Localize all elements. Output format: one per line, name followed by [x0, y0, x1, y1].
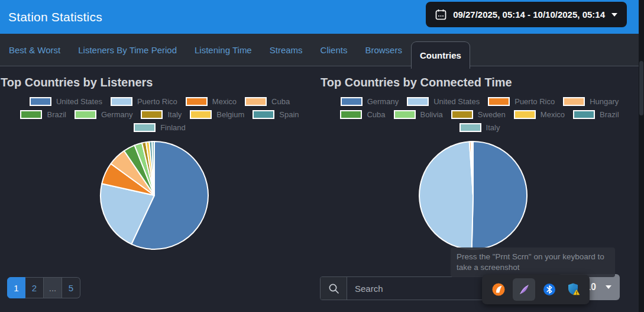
- legend-swatch: [253, 110, 274, 119]
- legend-swatch: [407, 97, 429, 106]
- legend-row: Finland: [134, 123, 186, 132]
- legend-swatch: [394, 110, 416, 119]
- date-range-label: 09/27/2025, 05:14 - 10/10/2025, 05:14: [453, 9, 605, 20]
- legend-item-united-states[interactable]: United States: [30, 97, 102, 106]
- legend-item-united-states[interactable]: United States: [407, 97, 480, 106]
- legend-swatch: [245, 97, 267, 106]
- pagination-page-2[interactable]: 2: [25, 277, 44, 298]
- chevron-down-icon: [606, 285, 611, 289]
- legend-item-brazil[interactable]: Brazil: [573, 110, 619, 119]
- legend-item-sweden[interactable]: Sweden: [451, 110, 506, 119]
- legend-swatch: [341, 97, 363, 106]
- legend-item-italy[interactable]: Italy: [141, 110, 182, 119]
- chart-legend: GermanyUnited StatesPuerto RicoHungaryCu…: [320, 97, 639, 132]
- legend-swatch: [190, 110, 212, 119]
- pen-icon[interactable]: [513, 278, 535, 301]
- tab-listening-time[interactable]: Listening Time: [186, 34, 261, 66]
- legend-label: Italy: [167, 110, 182, 119]
- legend-row: Italy: [459, 123, 500, 132]
- listeners-chart-panel: Top Countries by Listeners United States…: [0, 67, 319, 280]
- legend-row: CubaBoliviaSwedenMexicoBrazil: [340, 110, 619, 119]
- legend-label: United States: [433, 97, 480, 106]
- chart-title: Top Countries by Connected Time: [321, 76, 639, 89]
- legend-label: Belgium: [216, 110, 244, 119]
- pagination: 12...5: [7, 277, 80, 298]
- system-tray-popup: [482, 275, 590, 304]
- legend-label: Puerto Rico: [514, 97, 555, 106]
- legend-swatch: [459, 123, 481, 132]
- tab-bar: Best & WorstListeners By Time PeriodList…: [0, 34, 639, 66]
- tab-browsers[interactable]: Browsers: [356, 34, 411, 66]
- pagination-page-1[interactable]: 1: [7, 277, 25, 298]
- legend-label: Mexico: [541, 110, 565, 119]
- legend-swatch: [75, 110, 96, 119]
- chart-title: Top Countries by Listeners: [1, 76, 319, 89]
- legend-item-brazil[interactable]: Brazil: [20, 110, 66, 119]
- legend-swatch: [111, 97, 132, 106]
- legend-item-hungary[interactable]: Hungary: [563, 97, 619, 106]
- legend-swatch: [141, 110, 163, 119]
- legend-label: Brazil: [47, 110, 66, 119]
- defender-alert-icon[interactable]: [564, 278, 584, 301]
- legend-item-belgium[interactable]: Belgium: [190, 110, 244, 119]
- legend-swatch: [186, 97, 208, 106]
- legend-item-cuba[interactable]: Cuba: [245, 97, 290, 106]
- pie-chart-listeners[interactable]: [95, 136, 213, 255]
- chart-legend: United StatesPuerto RicoMexicoCubaBrazil…: [0, 97, 319, 132]
- legend-item-germany[interactable]: Germany: [75, 110, 132, 119]
- search-icon-cell: [321, 277, 347, 300]
- legend-label: Brazil: [600, 110, 619, 119]
- legend-item-germany[interactable]: Germany: [341, 97, 399, 106]
- legend-label: Cuba: [367, 110, 385, 119]
- scrollbar-thumb[interactable]: [639, 61, 643, 115]
- legend-swatch: [451, 110, 473, 119]
- legend-row: United StatesPuerto RicoMexicoCuba: [30, 97, 290, 106]
- legend-swatch: [30, 97, 51, 106]
- tab-listeners-by-time-period[interactable]: Listeners By Time Period: [69, 34, 186, 66]
- legend-swatch: [488, 97, 510, 106]
- bluetooth-icon[interactable]: [539, 278, 559, 301]
- legend-swatch: [514, 110, 536, 119]
- date-range-picker[interactable]: 09/27/2025, 05:14 - 10/10/2025, 05:14: [426, 2, 627, 27]
- tab-clients[interactable]: Clients: [312, 34, 357, 66]
- legend-swatch: [563, 97, 585, 106]
- legend-row: BrazilGermanyItalyBelgiumSpain: [20, 110, 299, 119]
- tab-streams[interactable]: Streams: [261, 34, 312, 66]
- pagination-ellipsis[interactable]: ...: [44, 277, 62, 298]
- pie-slice-united-states[interactable]: [419, 141, 473, 249]
- legend-item-italy[interactable]: Italy: [459, 123, 500, 132]
- tab-countries[interactable]: Countries: [411, 41, 470, 69]
- page-header: Station Statistics 09/27/2025, 05:14 - 1…: [0, 0, 644, 34]
- legend-swatch: [134, 123, 156, 132]
- legend-swatch: [20, 110, 42, 119]
- legend-label: Germany: [101, 110, 132, 119]
- legend-label: Germany: [367, 97, 399, 106]
- legend-label: Finland: [160, 123, 186, 132]
- legend-item-puerto-rico[interactable]: Puerto Rico: [488, 97, 555, 106]
- legend-item-finland[interactable]: Finland: [134, 123, 186, 132]
- page-title: Station Statistics: [8, 0, 102, 34]
- calendar-icon: [435, 9, 446, 20]
- legend-item-puerto-rico[interactable]: Puerto Rico: [111, 97, 177, 106]
- legend-label: Sweden: [478, 110, 506, 119]
- legend-item-mexico[interactable]: Mexico: [186, 97, 237, 106]
- avast-icon[interactable]: [488, 278, 509, 301]
- legend-item-mexico[interactable]: Mexico: [514, 110, 565, 119]
- chevron-down-icon: [611, 13, 617, 17]
- pie-chart-connected-time[interactable]: [414, 136, 532, 255]
- legend-item-spain[interactable]: Spain: [253, 110, 299, 119]
- pie-slice-germany[interactable]: [472, 141, 527, 249]
- legend-row: GermanyUnited StatesPuerto RicoHungary: [341, 97, 619, 106]
- tab-best-worst[interactable]: Best & Worst: [0, 34, 69, 66]
- scrollbar[interactable]: [639, 0, 644, 312]
- legend-label: Hungary: [590, 97, 619, 106]
- legend-label: Bolivia: [420, 110, 443, 119]
- legend-label: Spain: [279, 110, 299, 119]
- screenshot-hint-tooltip: Press the "Prnt Scrn" on your keyboard t…: [451, 247, 615, 277]
- legend-label: Italy: [486, 123, 500, 132]
- legend-item-bolivia[interactable]: Bolivia: [394, 110, 443, 119]
- pagination-page-5[interactable]: 5: [62, 277, 80, 298]
- legend-item-cuba[interactable]: Cuba: [340, 110, 385, 119]
- legend-label: United States: [56, 97, 102, 106]
- legend-label: Puerto Rico: [137, 97, 177, 106]
